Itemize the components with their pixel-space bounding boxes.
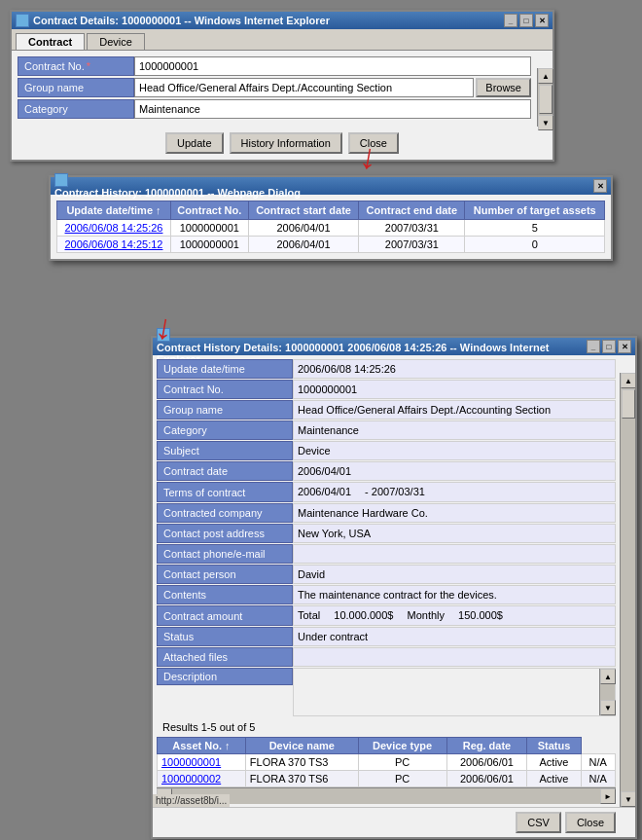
- detail-row-4: SubjectDevice: [157, 441, 616, 460]
- detail-value-13: Under contract: [293, 627, 616, 646]
- assets-tbody: 1000000001FLORA 370 TS3PC2006/06/01Activ…: [158, 754, 616, 787]
- detail-row-7: Contracted companyMaintenance Hardware C…: [157, 503, 616, 523]
- scroll-thumb[interactable]: [539, 85, 553, 114]
- close-btn-detail[interactable]: ✕: [618, 340, 631, 353]
- table-row: 2006/06/08 14:25:26 1000000001 2006/04/0…: [57, 220, 605, 237]
- details-dialog: Contract History Details: 1000000001 200…: [151, 336, 637, 839]
- scroll-up-btn[interactable]: ▲: [538, 68, 553, 84]
- detail-label-13: Status: [157, 627, 293, 646]
- details-scrollbar-v[interactable]: ▲ ▼: [620, 373, 635, 807]
- table-row: 2006/06/08 14:25:12 1000000001 2006/04/0…: [57, 237, 605, 253]
- minimize-button[interactable]: _: [504, 14, 517, 27]
- detail-value-12: Total 10.000.000$ Monthly 150.000$: [293, 605, 616, 626]
- detail-value-5: 2006/04/01: [293, 461, 616, 481]
- scroll-down-btn[interactable]: ▼: [538, 115, 553, 130]
- group-name-label: Group name: [18, 78, 134, 97]
- assets-col-name[interactable]: Device name: [245, 738, 358, 754]
- contract-window-titlebar: Contract Details: 1000000001 -- Windows …: [12, 12, 553, 29]
- h-scroll-right[interactable]: ►: [600, 788, 616, 804]
- asset-row-1: 1000000002FLORA 370 TS6PC2006/06/01Activ…: [158, 771, 616, 787]
- detail-row-10: Contact personDavid: [157, 565, 616, 584]
- history-table: Update date/time ↑ Contract No. Contract…: [56, 201, 605, 253]
- restore-btn-detail[interactable]: □: [602, 340, 616, 353]
- detail-row-13: StatusUnder contract: [157, 627, 616, 646]
- detail-value-11: The maintenance contract for the devices…: [293, 585, 616, 604]
- dialog-close-button[interactable]: ✕: [593, 179, 607, 193]
- assets-col-no[interactable]: Asset No. ↑: [158, 738, 246, 754]
- detail-value-6: 2006/04/01 - 2007/03/31: [293, 482, 616, 502]
- col-start-date[interactable]: Contract start date: [248, 201, 359, 220]
- assets-col-status[interactable]: Status: [527, 738, 581, 754]
- minimize-btn-detail[interactable]: _: [587, 340, 600, 353]
- desc-scroll-up[interactable]: ▲: [600, 669, 616, 684]
- details-form: Update date/time2006/06/08 14:25:26Contr…: [153, 355, 620, 807]
- asset-reg-date-0: 2006/06/01: [446, 754, 527, 771]
- history-contract-no-1: 1000000001: [170, 220, 248, 237]
- asset-extra-1: N/A: [581, 771, 615, 787]
- tab-contract[interactable]: Contract: [16, 33, 85, 50]
- category-row: Category Maintenance: [18, 99, 531, 119]
- maximize-button[interactable]: □: [519, 14, 533, 27]
- detail-label-12: Contract amount: [157, 605, 293, 626]
- csv-button[interactable]: CSV: [516, 812, 561, 833]
- col-contract-no[interactable]: Contract No.: [170, 201, 248, 220]
- assets-col-type[interactable]: Device type: [358, 738, 446, 754]
- description-row: Description ▲ ▼: [157, 668, 616, 716]
- history-link-2[interactable]: 2006/06/08 14:25:12: [65, 238, 163, 250]
- detail-row-11: ContentsThe maintenance contract for the…: [157, 585, 616, 604]
- detail-label-2: Group name: [157, 400, 293, 420]
- col-update-datetime[interactable]: Update date/time ↑: [57, 201, 171, 220]
- asset-extra-0: N/A: [581, 754, 615, 771]
- detail-label-3: Category: [157, 420, 293, 440]
- window-icon: [16, 14, 29, 27]
- detail-label-14: Attached files: [157, 647, 293, 667]
- tab-device[interactable]: Device: [87, 33, 145, 50]
- detail-value-2: Head Office/General Affairs Dept./Accoun…: [293, 400, 616, 420]
- asset-link-0[interactable]: 1000000001: [161, 756, 221, 768]
- detail-row-6: Terms of contract2006/04/01 - 2007/03/31: [157, 482, 616, 502]
- detail-label-6: Terms of contract: [157, 482, 293, 502]
- asset-link-1[interactable]: 1000000002: [161, 773, 221, 785]
- asset-device-name-1: FLORA 370 TS6: [245, 771, 358, 787]
- detail-row-3: CategoryMaintenance: [157, 420, 616, 440]
- browse-button[interactable]: Browse: [476, 78, 531, 97]
- contract-form: Contract No. * 1000000001 Group name Hea…: [12, 51, 537, 127]
- detail-value-8: New York, USA: [293, 524, 616, 543]
- contract-no-value: 1000000001: [134, 56, 531, 76]
- contract-scrollbar[interactable]: ▲ ▼: [537, 68, 553, 127]
- close-button[interactable]: ✕: [535, 14, 549, 27]
- details-scroll-up[interactable]: ▲: [621, 373, 635, 388]
- detail-value-3: Maintenance: [293, 420, 616, 440]
- description-scrollbar-v[interactable]: ▲ ▼: [599, 669, 615, 715]
- h-scroll-track: [172, 788, 600, 804]
- desc-scroll-down[interactable]: ▼: [600, 700, 616, 715]
- category-value: Maintenance: [134, 99, 531, 119]
- history-dialog-titlebar: Contract History: 1000000001 -- Webpage …: [51, 177, 611, 195]
- history-dialog-title: Contract History: 1000000001 -- Webpage …: [54, 187, 301, 199]
- details-scroll-track: [621, 388, 635, 791]
- asset-status-1: Active: [527, 771, 581, 787]
- detail-label-1: Contract No.: [157, 380, 293, 399]
- detail-row-1: Contract No.1000000001: [157, 380, 616, 399]
- detail-value-1: 1000000001: [293, 380, 616, 399]
- history-count-1: 5: [465, 220, 605, 237]
- col-target-assets[interactable]: Number of target assets: [465, 201, 605, 220]
- col-end-date[interactable]: Contract end date: [359, 201, 465, 220]
- asset-device-name-0: FLORA 370 TS3: [245, 754, 358, 771]
- detail-row-9: Contact phone/e-mail: [157, 544, 616, 564]
- update-button[interactable]: Update: [165, 132, 223, 154]
- contract-details-window: Contract Details: 1000000001 -- Windows …: [10, 10, 554, 162]
- details-scroll-down[interactable]: ▼: [621, 791, 635, 807]
- required-marker: *: [87, 60, 90, 72]
- assets-col-reg[interactable]: Reg. date: [446, 738, 527, 754]
- details-scroll-thumb[interactable]: [622, 389, 635, 419]
- detail-row-0: Update date/time2006/06/08 14:25:26: [157, 359, 616, 379]
- detail-label-10: Contact person: [157, 565, 293, 584]
- history-link-1[interactable]: 2006/06/08 14:25:26: [65, 222, 163, 234]
- history-end-1: 2007/03/31: [359, 220, 465, 237]
- close-details-button[interactable]: Close: [565, 812, 616, 833]
- history-count-2: 0: [465, 237, 605, 253]
- asset-status-0: Active: [527, 754, 581, 771]
- history-button[interactable]: History Information: [230, 132, 342, 154]
- group-name-row: Group name Head Office/General Affairs D…: [18, 78, 531, 97]
